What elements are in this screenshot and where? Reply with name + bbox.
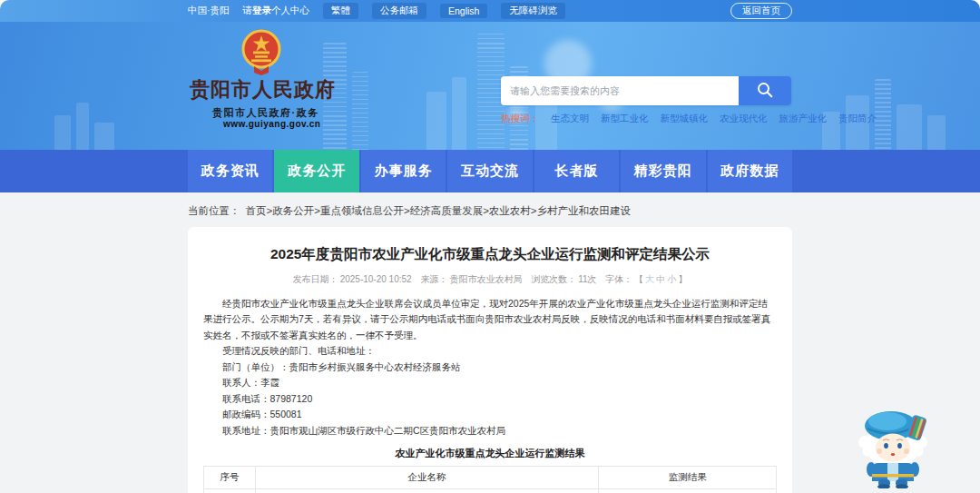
search-input[interactable] — [501, 76, 739, 105]
topbar-inner: 中国·贵阳 请登录个人中心 繁體 公务邮箱 English 无障碍浏览 返回首页 — [188, 0, 792, 22]
col-header-no: 序号 — [204, 467, 256, 489]
nav-item-banshi-fuwu[interactable]: 办事服务 — [361, 150, 446, 192]
topbar-official-mail-button[interactable]: 公务邮箱 — [372, 3, 426, 19]
search-icon — [756, 81, 774, 102]
site-banner: 贵阳市人民政府 贵阳市人民政府·政务 www.guiyang.gov.cn 热搜… — [0, 22, 980, 150]
nav-item-zhengwu-zixun[interactable]: 政务资讯 — [188, 150, 272, 192]
article-paragraph: 联系地址：贵阳市观山湖区市级行政中心二期C区贵阳市农业农村局 — [203, 423, 777, 439]
article-paragraph: 联系电话：87987120 — [203, 391, 777, 408]
article-paragraph: 联系人：李霞 — [203, 375, 777, 391]
result-table-title: 农业产业化市级重点龙头企业运行监测结果 — [203, 447, 777, 460]
breadcrumb-path[interactable]: 首页>政务公开>重点领域信息公开>经济高质量发展>农业农村>乡村产业和农田建设 — [246, 205, 632, 216]
font-size-small-button[interactable]: 小 — [667, 274, 676, 284]
hot-search-row: 热搜词： 生态文明 新型工业化 新型城镇化 农业现代化 旅游产业化 贵阳简介 — [501, 113, 791, 125]
font-bracket-close: 】 — [678, 274, 687, 284]
nav-item-zhengfu-shuju[interactable]: 政府数据 — [708, 150, 792, 192]
banner-skyline — [76, 103, 89, 150]
guiyang-gov-webpage: 中国·贵阳 请登录个人中心 繁體 公务邮箱 English 无障碍浏览 返回首页 — [0, 0, 980, 493]
topbar-accessibility-button[interactable]: 无障碍浏览 — [501, 3, 565, 19]
breadcrumb: 当前位置：首页>政务公开>重点领域信息公开>经济高质量发展>农业农村>乡村产业和… — [188, 204, 980, 218]
login-prefix: 请 — [243, 5, 253, 15]
views: 11次 — [578, 274, 596, 284]
mascot-assistant-icon[interactable] — [851, 403, 935, 488]
nav-item-jingcai-guiyang[interactable]: 精彩贵阳 — [621, 150, 705, 192]
national-emblem-icon — [241, 28, 281, 80]
cell-company: 贵州合力超市采购有限公司 — [255, 489, 599, 493]
hot-search-link[interactable]: 新型工业化 — [601, 113, 649, 125]
source-label: 来源： — [420, 274, 447, 284]
font-bracket-open: 【 — [634, 274, 643, 284]
col-header-company: 企业名称 — [255, 467, 599, 489]
banner-skyline — [897, 104, 922, 150]
cell-result: 合格 — [599, 489, 777, 493]
topbar-traditional-chinese-button[interactable]: 繁體 — [323, 3, 358, 19]
col-header-result: 监测结果 — [599, 467, 777, 489]
font-size-large-button[interactable]: 大 — [645, 274, 654, 284]
page-title: 2025年度贵阳市农业产业化市级重点龙头企业运行监测和评定结果公示 — [212, 245, 768, 264]
cell-no: 1 — [204, 489, 256, 493]
font-size-label: 字体： — [605, 274, 632, 284]
search-button[interactable] — [739, 76, 791, 105]
publish-date-label: 发布日期： — [293, 274, 338, 284]
hot-search-link[interactable]: 生态文明 — [551, 113, 589, 125]
site-subtitle: 贵阳市人民政府·政务 — [212, 106, 319, 120]
back-to-home-button[interactable]: 返回首页 — [730, 3, 792, 19]
login-suffix: 个人中心 — [271, 5, 309, 15]
font-size-medium-button[interactable]: 中 — [656, 274, 665, 284]
monitoring-result-table: 序号 企业名称 监测结果 1 贵州合力超市采购有限公司 合格 2 贵州友禾种业有… — [203, 466, 777, 493]
topbar-link-china-guiyang[interactable]: 中国·贵阳 — [188, 5, 230, 17]
banner-skyline — [426, 92, 446, 150]
nav-item-zhengwu-gongkai[interactable]: 政务公开 — [274, 150, 358, 192]
main-nav: 政务资讯 政务公开 办事服务 互动交流 长者版 精彩贵阳 政府数据 — [0, 150, 980, 192]
breadcrumb-label: 当前位置： — [188, 205, 240, 216]
article-paragraph: 部门（单位）：贵阳市乡村振兴服务中心农村经济服务站 — [203, 360, 777, 376]
hot-search-link[interactable]: 旅游产业化 — [779, 113, 828, 125]
login-emphasis: 登录 — [252, 5, 271, 15]
nav-item-zhangzheban[interactable]: 长者版 — [534, 150, 619, 192]
topbar: 中国·贵阳 请登录个人中心 繁體 公务邮箱 English 无障碍浏览 返回首页 — [0, 0, 980, 22]
article-card: 2025年度贵阳市农业产业化市级重点龙头企业运行监测和评定结果公示 发布日期：2… — [188, 227, 792, 493]
source: 贵阳市农业农村局 — [449, 274, 522, 284]
article-paragraph: 经贵阳市农业产业化市级重点龙头企业联席会议成员单位审定，现对2025年开展的农业… — [203, 296, 777, 344]
banner-skyline — [452, 77, 466, 150]
nav-item-hudong-jiaoliu[interactable]: 互动交流 — [447, 150, 532, 192]
table-row: 1 贵州合力超市采购有限公司 合格 — [204, 489, 777, 493]
hot-search-label: 热搜词： — [501, 113, 539, 125]
hot-search-link[interactable]: 贵阳简介 — [838, 113, 877, 125]
banner-skyline-tower — [875, 79, 891, 150]
views-label: 浏览次数： — [531, 274, 576, 284]
main-nav-inner: 政务资讯 政务公开 办事服务 互动交流 长者版 精彩贵阳 政府数据 — [188, 150, 792, 192]
topbar-login-link[interactable]: 请登录个人中心 — [243, 5, 310, 17]
article-meta: 发布日期：2025-10-20 10:52 来源：贵阳市农业农村局 浏览次数：1… — [203, 273, 777, 286]
hot-search-link[interactable]: 农业现代化 — [720, 113, 768, 125]
topbar-english-button[interactable]: English — [440, 4, 487, 18]
publish-date: 2025-10-20 10:52 — [340, 274, 412, 284]
banner-skyline — [54, 115, 71, 150]
site-url: www.guiyang.gov.cn — [223, 119, 320, 129]
article-body: 经贵阳市农业产业化市级重点龙头企业联席会议成员单位审定，现对2025年开展的农业… — [203, 296, 777, 439]
banner-skyline — [927, 115, 946, 150]
hot-search-link[interactable]: 新型城镇化 — [661, 113, 709, 125]
search-bar — [501, 76, 791, 105]
article-paragraph: 受理情况反映的部门、电话和地址： — [203, 343, 777, 360]
site-title[interactable]: 贵阳市人民政府 — [190, 76, 416, 104]
search-area: 热搜词： 生态文明 新型工业化 新型城镇化 农业现代化 旅游产业化 贵阳简介 — [501, 76, 791, 125]
article-paragraph: 邮政编码：550081 — [203, 407, 777, 423]
banner-skyline — [94, 123, 114, 150]
table-header-row: 序号 企业名称 监测结果 — [204, 467, 777, 489]
